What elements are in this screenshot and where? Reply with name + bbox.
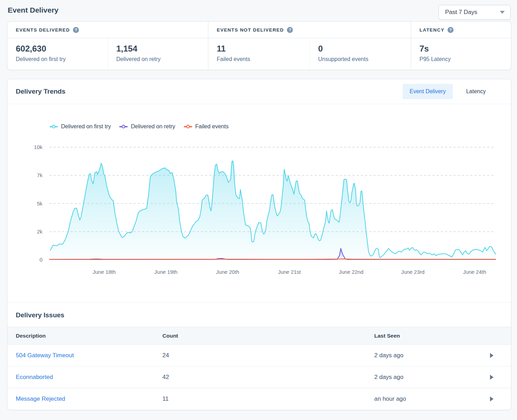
y-axis-tick: 5k [24, 201, 42, 206]
table-row: 504 Gateway Timeout 24 2 days ago [7, 345, 511, 366]
column-description: Description [16, 333, 162, 339]
issue-count: 11 [162, 395, 374, 402]
stat-group-label: EVENTS DELIVERED [16, 27, 70, 33]
x-axis-tick: June 19th [154, 269, 177, 275]
delivery-trends-card: Delivery Trends Event Delivery Latency D… [7, 79, 511, 410]
x-axis-tick: June 20th [216, 269, 239, 275]
stat-failed-events: 11 Failed events [208, 38, 309, 70]
delivery-issues-section: Delivery Issues Description Count Last S… [7, 302, 511, 410]
stat-group-header: LATENCY ? [411, 22, 511, 38]
chevron-down-icon [500, 11, 505, 14]
stat-delivered-retry: 1,154 Delivered on retry [108, 38, 208, 70]
x-axis-tick: June 23rd [401, 269, 425, 275]
stat-label: Delivered on retry [116, 56, 208, 62]
stat-value: 0 [318, 44, 411, 54]
y-axis-tick: 10k [24, 144, 42, 150]
x-axis-tick: June 24th [463, 269, 486, 275]
stat-value: 1,154 [116, 44, 208, 54]
stat-group-latency: LATENCY ? 7s P95 Latency [411, 22, 511, 70]
stat-label: Delivered on first try [16, 56, 108, 62]
stat-label: Failed events [217, 56, 309, 62]
issue-count: 24 [162, 352, 374, 359]
trends-title: Delivery Trends [16, 88, 66, 95]
help-icon[interactable]: ? [287, 27, 293, 33]
stat-label: Unsupported events [318, 56, 411, 62]
stat-label: P95 Latency [419, 56, 511, 62]
issue-last-seen: 2 days ago [374, 352, 490, 359]
issue-count: 42 [162, 374, 374, 381]
stat-group-header: EVENTS DELIVERED ? [7, 22, 208, 38]
tab-latency[interactable]: Latency [459, 84, 493, 99]
x-axis-tick: June 21st [278, 269, 301, 275]
stats-summary-card: EVENTS DELIVERED ? 602,630 Delivered on … [7, 21, 511, 70]
stat-value: 7s [419, 44, 511, 54]
help-icon[interactable]: ? [73, 27, 79, 33]
page-title: Event Delivery [8, 5, 59, 14]
column-last-seen: Last Seen [374, 333, 490, 339]
issue-link[interactable]: 504 Gateway Timeout [16, 352, 162, 359]
table-row: Econnaborted 42 2 days ago [7, 366, 511, 388]
trend-plot [7, 104, 511, 302]
stat-value: 11 [217, 44, 309, 54]
help-icon[interactable]: ? [448, 27, 454, 33]
chevron-right-icon[interactable] [490, 353, 494, 358]
top-bar: Event Delivery Past 7 Days [0, 0, 517, 21]
trends-tabs: Event Delivery Latency [403, 84, 493, 99]
y-axis-tick: 7k [24, 172, 42, 178]
stat-group-label: EVENTS NOT DELIVERED [217, 27, 284, 33]
issue-link[interactable]: Message Rejected [16, 395, 162, 402]
tab-event-delivery[interactable]: Event Delivery [403, 84, 453, 99]
issue-last-seen: an hour ago [374, 395, 490, 402]
delivery-trends-chart: Delivered on first try Delivered on retr… [7, 104, 511, 302]
stat-p95-latency: 7s P95 Latency [411, 38, 511, 70]
chevron-right-icon[interactable] [490, 375, 494, 380]
stat-group-events-not-delivered: EVENTS NOT DELIVERED ? 11 Failed events … [208, 22, 411, 70]
issue-last-seen: 2 days ago [374, 374, 490, 381]
x-axis-tick: June 22nd [339, 269, 363, 275]
stat-delivered-first-try: 602,630 Delivered on first try [7, 38, 108, 70]
y-axis-tick: 0 [24, 257, 42, 263]
issues-title: Delivery Issues [7, 303, 511, 327]
stat-group-label: LATENCY [419, 27, 444, 33]
stat-group-header: EVENTS NOT DELIVERED ? [208, 22, 411, 38]
trends-header: Delivery Trends Event Delivery Latency [7, 79, 511, 104]
y-axis-tick: 2k [24, 229, 42, 235]
column-count: Count [162, 333, 374, 339]
stat-group-events-delivered: EVENTS DELIVERED ? 602,630 Delivered on … [7, 22, 208, 70]
issue-link[interactable]: Econnaborted [16, 374, 162, 381]
table-row: Message Rejected 11 an hour ago [7, 388, 511, 410]
stat-value: 602,630 [16, 44, 108, 54]
time-range-value: Past 7 Days [445, 9, 477, 16]
chevron-right-icon[interactable] [490, 397, 494, 401]
x-axis-tick: June 18th [93, 269, 116, 275]
issues-table-header: Description Count Last Seen [7, 327, 511, 345]
stat-unsupported-events: 0 Unsupported events [309, 38, 411, 70]
time-range-select[interactable]: Past 7 Days [438, 5, 511, 20]
